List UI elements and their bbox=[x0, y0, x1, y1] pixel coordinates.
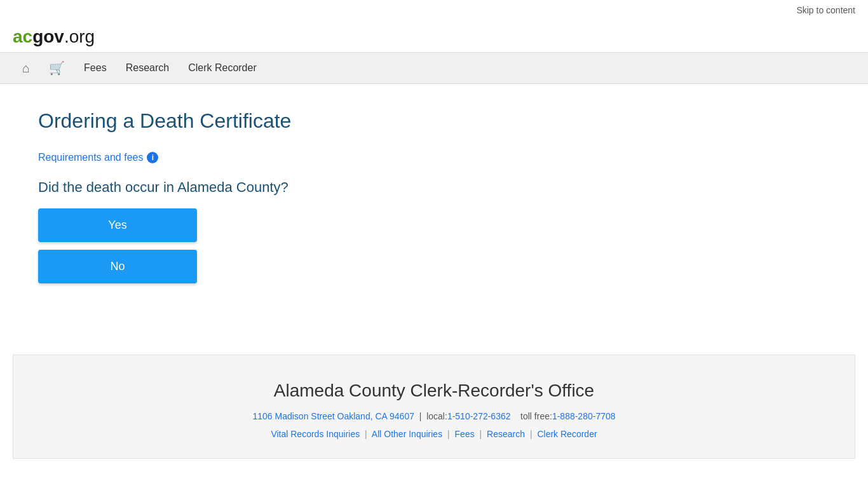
footer-local-label: local: bbox=[426, 411, 447, 421]
logo-org: .org bbox=[64, 27, 95, 46]
logo-gov: gov bbox=[32, 27, 64, 46]
footer-clerk-recorder-link[interactable]: Clerk Recorder bbox=[537, 429, 597, 439]
footer-tollfree-label: toll free: bbox=[520, 411, 552, 421]
footer-all-other-link[interactable]: All Other Inquiries bbox=[372, 429, 442, 439]
info-icon: i bbox=[147, 152, 158, 163]
logo-link[interactable]: acgov.org bbox=[13, 27, 95, 47]
footer-vital-records-link[interactable]: Vital Records Inquiries bbox=[271, 429, 360, 439]
question-text: Did the death occur in Alameda County? bbox=[38, 179, 534, 196]
footer-local-phone-link[interactable]: 1-510-272-6362 bbox=[447, 411, 511, 421]
nav-clerk-recorder-link[interactable]: Clerk Recorder bbox=[179, 53, 266, 83]
footer-separator-2: | bbox=[447, 429, 450, 439]
skip-to-content-link[interactable]: Skip to content bbox=[796, 5, 855, 15]
footer-separator-4: | bbox=[530, 429, 532, 439]
cart-icon: 🛒 bbox=[49, 60, 65, 76]
footer-tollfree-link[interactable]: 1-888-280-7708 bbox=[552, 411, 616, 421]
yes-button[interactable]: Yes bbox=[38, 208, 197, 242]
requirements-fees-link[interactable]: Requirements and fees i bbox=[38, 152, 534, 163]
nav-fees-link[interactable]: Fees bbox=[74, 53, 116, 83]
footer-fees-link[interactable]: Fees bbox=[455, 429, 475, 439]
page-title: Ordering a Death Certificate bbox=[38, 109, 534, 133]
main-nav: ⌂ 🛒 Fees Research Clerk Recorder bbox=[0, 52, 868, 84]
footer-separator-1: | bbox=[365, 429, 367, 439]
footer-address-link[interactable]: 1106 Madison Street Oakland, CA 94607 bbox=[252, 411, 414, 421]
footer-office-name: Alameda County Clerk-Recorder's Office bbox=[26, 381, 842, 401]
site-header: acgov.org bbox=[0, 20, 868, 52]
footer-links: Vital Records Inquiries | All Other Inqu… bbox=[26, 429, 842, 439]
nav-home-link[interactable]: ⌂ bbox=[13, 53, 39, 83]
footer-section: Alameda County Clerk-Recorder's Office 1… bbox=[13, 355, 855, 459]
footer-separator-3: | bbox=[480, 429, 482, 439]
nav-cart-link[interactable]: 🛒 bbox=[39, 53, 74, 83]
logo-ac: ac bbox=[13, 27, 32, 46]
no-button[interactable]: No bbox=[38, 250, 197, 283]
footer-contact: 1106 Madison Street Oakland, CA 94607 | … bbox=[26, 411, 842, 421]
home-icon: ⌂ bbox=[22, 61, 30, 76]
footer-research-link[interactable]: Research bbox=[487, 429, 525, 439]
nav-research-link[interactable]: Research bbox=[116, 53, 179, 83]
main-content: Ordering a Death Certificate Requirement… bbox=[0, 84, 572, 316]
requirements-fees-text: Requirements and fees bbox=[38, 152, 143, 163]
